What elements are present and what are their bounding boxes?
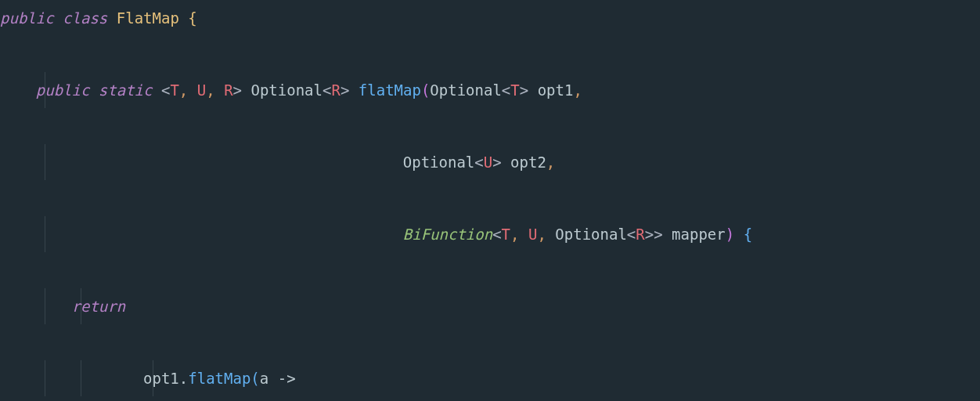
code-line: return (0, 288, 980, 324)
type: Optional (403, 154, 475, 171)
comma: , (179, 81, 188, 99)
keyword-public: public (0, 9, 54, 27)
comma: , (206, 81, 214, 99)
param-name: opt2 (510, 154, 546, 171)
brace: { (744, 226, 752, 243)
code-line: public static <T, U, R> Optional<R> flat… (0, 72, 980, 108)
type: BiFunction (403, 226, 492, 243)
method-name: flatMap (358, 81, 421, 99)
comma: , (546, 154, 555, 171)
comma: , (573, 81, 582, 99)
generic-R: R (224, 81, 232, 99)
angle-bracket: < (161, 81, 170, 99)
param-name: mapper (672, 226, 726, 243)
paren: ) (726, 226, 734, 243)
code-line: Optional<U> opt2, (0, 144, 980, 180)
code-editor[interactable]: public class FlatMap { public static <T,… (0, 0, 980, 401)
paren: ( (421, 81, 430, 99)
type: Optional (430, 81, 502, 99)
generic-T: T (170, 81, 178, 99)
type: Optional (250, 81, 322, 99)
lambda-arg: a (260, 370, 268, 387)
method-call: flatMap (188, 370, 250, 387)
keyword-return: return (72, 298, 126, 315)
code-line: public class FlatMap { (0, 0, 980, 36)
angle-bracket: > (233, 81, 242, 99)
param-name: opt1 (538, 81, 574, 99)
brace: { (188, 9, 196, 27)
arrow: -> (278, 370, 296, 387)
code-line: BiFunction<T, U, Optional<R>> mapper) { (0, 216, 980, 252)
generic-U: U (197, 81, 206, 99)
code-line: opt1.flatMap(a -> (0, 360, 980, 396)
keyword: public (36, 81, 90, 99)
class-name: FlatMap (117, 9, 179, 27)
paren: ( (250, 370, 259, 387)
keyword: static (99, 81, 153, 99)
keyword-class: class (63, 9, 107, 27)
identifier: opt1 (143, 370, 179, 387)
